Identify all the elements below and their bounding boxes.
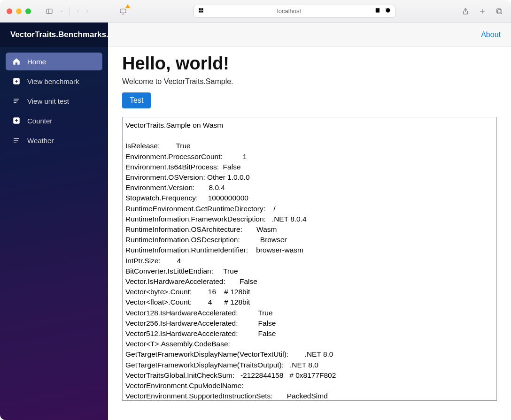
- forward-icon[interactable]: [85, 6, 90, 16]
- website-settings-icon[interactable]: [198, 7, 204, 15]
- svg-rect-2: [120, 9, 126, 13]
- plus-square-icon: [12, 77, 21, 85]
- tabs-overview-icon[interactable]: [494, 6, 504, 16]
- zoom-window-icon[interactable]: [25, 8, 31, 14]
- back-icon[interactable]: [76, 6, 80, 16]
- sidebar-nav: Home View benchmark View unit test Count…: [0, 47, 108, 155]
- svg-rect-6: [199, 11, 201, 13]
- about-link[interactable]: About: [481, 31, 501, 39]
- svg-rect-13: [498, 9, 502, 14]
- page-title: Hello, world!: [122, 53, 497, 74]
- content-area: About Hello, world! Welcome to VectorTra…: [108, 23, 511, 420]
- brand-title[interactable]: VectorTraits.Benchmarks.Wa: [0, 23, 108, 47]
- browser-chrome: localhost: [0, 0, 511, 23]
- sidebar-toggle-icon[interactable]: [44, 6, 54, 16]
- svg-rect-7: [201, 11, 203, 13]
- new-tab-icon[interactable]: [477, 6, 488, 16]
- sidebar-item-label: Counter: [27, 117, 52, 125]
- screencast-icon[interactable]: [118, 6, 128, 16]
- address-bar-wrap: localhost: [133, 5, 456, 18]
- plus-square-icon: [12, 116, 21, 125]
- lines-icon: [12, 97, 21, 105]
- home-icon: [12, 57, 21, 66]
- svg-rect-8: [375, 8, 379, 12]
- page: Hello, world! Welcome to VectorTraits.Sa…: [108, 47, 511, 410]
- sidebar-item-label: Home: [27, 58, 46, 66]
- svg-rect-14: [497, 8, 501, 13]
- output-textarea[interactable]: VectorTraits.Sample on Wasm IsRelease: T…: [122, 117, 497, 401]
- traffic-lights: [7, 8, 31, 14]
- share-icon[interactable]: [460, 6, 471, 16]
- sidebar-item-counter[interactable]: Counter: [6, 112, 102, 130]
- sidebar: VectorTraits.Benchmarks.Wa Home View ben…: [0, 23, 108, 420]
- app-shell: VectorTraits.Benchmarks.Wa Home View ben…: [0, 23, 511, 420]
- test-button[interactable]: Test: [122, 92, 151, 108]
- separator: [70, 7, 70, 15]
- sidebar-item-label: Weather: [27, 137, 54, 145]
- url-text: localhost: [208, 8, 371, 15]
- chrome-right-icons: [460, 6, 504, 16]
- svg-rect-4: [199, 8, 201, 10]
- svg-rect-5: [201, 8, 203, 10]
- close-window-icon[interactable]: [7, 8, 12, 14]
- sidebar-item-label: View benchmark: [27, 77, 79, 85]
- chevron-down-icon[interactable]: [59, 6, 64, 16]
- reload-icon[interactable]: [385, 7, 391, 15]
- svg-rect-0: [46, 9, 52, 13]
- sidebar-item-view-benchmark[interactable]: View benchmark: [6, 72, 102, 90]
- sidebar-item-weather[interactable]: Weather: [6, 131, 102, 149]
- sidebar-item-home[interactable]: Home: [6, 53, 102, 70]
- minimize-window-icon[interactable]: [16, 8, 22, 14]
- reader-icon[interactable]: [374, 7, 381, 15]
- address-bar[interactable]: localhost: [194, 5, 395, 18]
- topbar: About: [108, 23, 511, 47]
- lines-icon: [12, 136, 21, 145]
- sidebar-item-label: View unit test: [27, 97, 69, 105]
- welcome-text: Welcome to VectorTraits.Sample.: [122, 77, 497, 86]
- sidebar-item-view-unit-test[interactable]: View unit test: [6, 92, 102, 110]
